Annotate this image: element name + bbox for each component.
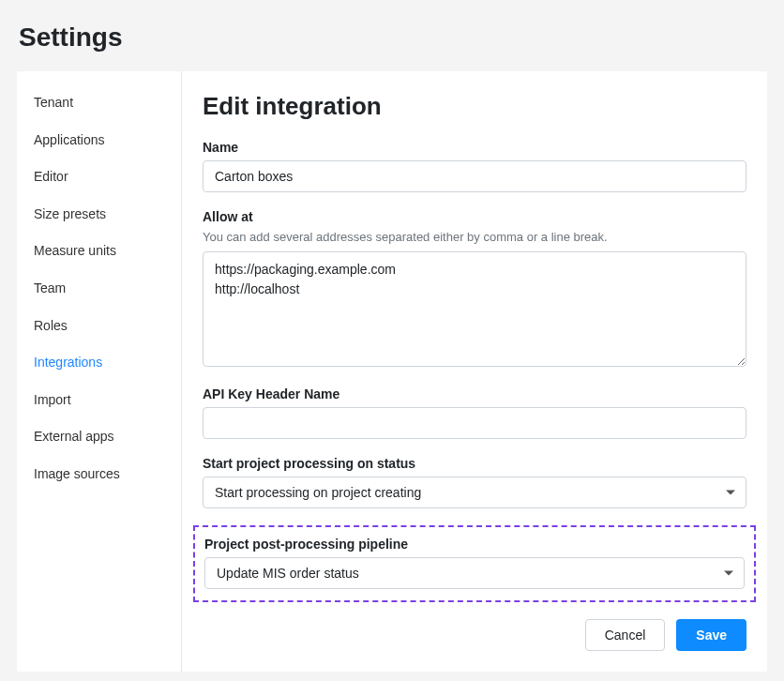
sidebar-item-applications[interactable]: Applications: [17, 122, 181, 159]
field-group-api-key-header: API Key Header Name: [203, 386, 746, 439]
save-button[interactable]: Save: [676, 619, 746, 651]
sidebar-item-measure-units[interactable]: Measure units: [17, 233, 181, 270]
post-pipeline-label: Project post-processing pipeline: [204, 537, 745, 552]
sidebar-item-external-apps[interactable]: External apps: [17, 418, 181, 456]
allow-at-textarea[interactable]: [203, 251, 746, 367]
settings-sidebar: Tenant Applications Editor Size presets …: [17, 71, 182, 672]
name-label: Name: [203, 140, 746, 155]
sidebar-item-size-presets[interactable]: Size presets: [17, 196, 181, 234]
sidebar-item-tenant[interactable]: Tenant: [17, 84, 181, 122]
name-input[interactable]: [203, 160, 746, 192]
post-pipeline-select[interactable]: Update MIS order status: [204, 557, 745, 589]
main-panel: Edit integration Name Allow at You can a…: [182, 71, 767, 672]
api-key-header-input[interactable]: [203, 407, 746, 439]
main-title: Edit integration: [203, 92, 746, 121]
sidebar-item-editor[interactable]: Editor: [17, 159, 181, 196]
sidebar-item-team[interactable]: Team: [17, 270, 181, 308]
api-key-header-label: API Key Header Name: [203, 386, 746, 401]
sidebar-item-import[interactable]: Import: [17, 382, 181, 419]
field-group-post-pipeline: Project post-processing pipeline Update …: [193, 525, 756, 602]
page-title: Settings: [0, 0, 784, 71]
field-group-allow-at: Allow at You can add several addresses s…: [203, 209, 746, 370]
field-group-name: Name: [203, 140, 746, 192]
sidebar-item-integrations[interactable]: Integrations: [17, 344, 181, 382]
sidebar-item-roles[interactable]: Roles: [17, 308, 181, 345]
allow-at-help: You can add several addresses separated …: [203, 230, 746, 244]
button-row: Cancel Save: [203, 619, 746, 651]
cancel-button[interactable]: Cancel: [585, 619, 666, 651]
field-group-start-processing: Start project processing on status Start…: [203, 456, 746, 508]
sidebar-item-image-sources[interactable]: Image sources: [17, 456, 181, 493]
start-processing-label: Start project processing on status: [203, 456, 746, 471]
start-processing-select[interactable]: Start processing on project creating: [203, 477, 746, 508]
allow-at-label: Allow at: [203, 209, 746, 224]
settings-card: Tenant Applications Editor Size presets …: [17, 71, 767, 672]
